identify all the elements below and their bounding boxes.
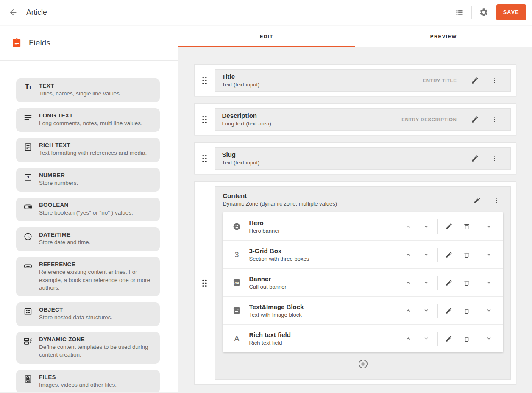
pencil-icon [445, 279, 453, 287]
letter-a-icon: A [231, 335, 242, 343]
ad-icon: Ad [231, 279, 242, 287]
edit-field-button[interactable] [469, 152, 482, 165]
smiley-icon [231, 222, 242, 231]
expand-block-button[interactable] [480, 219, 498, 234]
edit-block-button[interactable] [440, 275, 458, 290]
field-box: Description Long text (text area) ENTRY … [215, 108, 511, 131]
controls-divider [437, 304, 438, 318]
move-up-button[interactable] [400, 275, 418, 290]
sidebar-item-files[interactable]: FILES Images, videos and other files. [16, 370, 160, 392]
pencil-icon [473, 196, 481, 204]
controls-divider [437, 248, 438, 262]
topbar-actions: SAVE [452, 4, 526, 20]
sidebar-item-object[interactable]: OBJECT Store nested data structures. [16, 302, 160, 326]
field-type-description: Images, videos and other files. [39, 381, 117, 389]
block-subtitle: Call out banner [249, 284, 400, 290]
expand-block-button[interactable] [480, 275, 498, 290]
field-type: Text (text input) [222, 159, 469, 166]
edit-block-button[interactable] [440, 303, 458, 318]
controls-divider [478, 332, 478, 346]
delete-block-button[interactable] [458, 247, 476, 262]
drag-handle-icon[interactable] [195, 147, 215, 170]
clock-icon [22, 231, 33, 246]
delete-block-button[interactable] [458, 331, 476, 346]
pencil-icon [445, 335, 453, 343]
block-controls [400, 303, 498, 318]
move-up-button[interactable] [400, 331, 418, 346]
edit-field-button[interactable] [469, 74, 482, 87]
schema-editor: Title Text (text input) ENTRY TITLE [178, 47, 532, 392]
move-down-button[interactable] [418, 219, 435, 234]
edit-field-button[interactable] [469, 113, 482, 126]
field-title: Description [222, 112, 402, 119]
object-icon [22, 307, 33, 321]
field-type-description: Store date and time. [39, 239, 91, 246]
page-title: Article [26, 8, 47, 17]
field-type: Dynamic Zone (dynamic zone, multiple val… [223, 201, 471, 207]
sidebar-item-datetime[interactable]: DATE/TIME Store date and time. [16, 227, 160, 251]
block-subtitle: Rich text field [249, 340, 400, 346]
list-view-button[interactable] [452, 5, 467, 20]
move-down-button[interactable] [418, 247, 435, 262]
field-menu-button[interactable] [488, 113, 501, 126]
delete-block-button[interactable] [458, 275, 476, 290]
drag-handle-icon[interactable] [195, 69, 215, 92]
field-menu-button[interactable] [490, 194, 503, 206]
chevron-down-icon [486, 307, 492, 314]
move-down-button[interactable] [418, 275, 435, 290]
drag-handle-icon[interactable] [195, 108, 215, 131]
field-menu-button[interactable] [488, 74, 501, 87]
save-button[interactable]: SAVE [496, 4, 526, 20]
number-icon: 3 [22, 172, 33, 187]
drag-handle-icon[interactable] [195, 186, 215, 380]
sidebar-item-long-text[interactable]: LONG TEXT Long comments, notes, multi li… [16, 108, 160, 132]
trash-icon [463, 279, 471, 287]
move-down-button[interactable] [418, 303, 435, 318]
add-block-button[interactable] [354, 355, 371, 372]
sidebar-item-dynamic-zone[interactable]: DYNAMIC ZONE Define content templates to… [16, 332, 160, 363]
move-up-button[interactable] [400, 219, 418, 234]
move-up-button[interactable] [400, 303, 418, 318]
rich-text-icon [22, 142, 33, 157]
sidebar-item-boolean[interactable]: BOOLEAN Store boolean ("yes" or "no" ) v… [16, 198, 160, 221]
field-type-label: TEXT [39, 83, 121, 89]
tab-preview[interactable]: PREVIEW [355, 25, 532, 47]
delete-block-button[interactable] [458, 219, 476, 234]
chevron-down-icon [423, 279, 429, 286]
controls-divider [437, 276, 438, 290]
move-up-button[interactable] [400, 247, 418, 262]
field-menu-button[interactable] [488, 152, 501, 165]
chevron-up-icon [405, 335, 412, 342]
settings-button[interactable] [476, 5, 491, 20]
edit-block-button[interactable] [440, 247, 458, 262]
expand-block-button[interactable] [480, 303, 498, 318]
sidebar-item-reference[interactable]: REFERENCE Reference existing content ent… [16, 257, 160, 296]
sidebar-item-number[interactable]: 3 NUMBER Store numbers. [16, 168, 160, 192]
pencil-icon [445, 223, 453, 230]
back-button[interactable] [5, 4, 21, 20]
field-type: Long text (text area) [222, 120, 402, 127]
field-type-description: Long comments, notes, multi line values. [39, 120, 142, 127]
edit-field-button[interactable] [471, 194, 484, 206]
delete-block-button[interactable] [458, 303, 476, 318]
edit-block-button[interactable] [440, 219, 458, 234]
field-type-label: LONG TEXT [39, 112, 142, 119]
sidebar-item-rich-text[interactable]: RICH TEXT Text formatting with reference… [16, 138, 160, 162]
field-card-title: Title Text (text input) ENTRY TITLE [194, 64, 516, 96]
tab-edit[interactable]: EDIT [178, 25, 355, 47]
fields-sidebar: Fields TT TEXT Titles, names, single lin… [0, 25, 178, 392]
block-title: Hero [249, 219, 400, 226]
field-type-label: BOOLEAN [39, 202, 133, 208]
expand-block-button[interactable] [480, 247, 498, 262]
trash-icon [463, 307, 471, 315]
dynamic-zone-icon [22, 336, 33, 359]
edit-block-button[interactable] [440, 331, 458, 346]
field-type-description: Store numbers. [39, 179, 78, 187]
move-down-button[interactable] [418, 331, 435, 346]
expand-block-button[interactable] [480, 331, 498, 346]
arrow-left-icon [8, 8, 18, 17]
kebab-icon [490, 76, 499, 84]
field-type-label: OBJECT [39, 307, 112, 313]
sidebar-item-text[interactable]: TT TEXT Titles, names, single line value… [16, 78, 160, 102]
field-type-description: Store nested data structures. [39, 314, 112, 321]
